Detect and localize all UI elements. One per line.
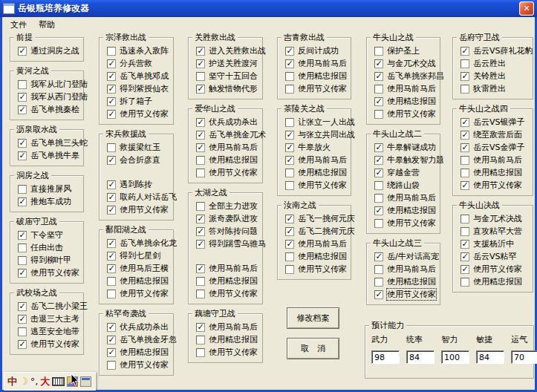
checkbox[interactable] xyxy=(196,290,205,298)
stat-input[interactable]: 84 xyxy=(406,350,435,364)
checkbox-row[interactable]: ✓岳飞一挑何元庆 xyxy=(281,212,348,225)
checkbox-row[interactable]: ✓与张立共同出战 xyxy=(281,128,348,141)
checkbox[interactable] xyxy=(460,227,469,236)
checkbox[interactable]: ✓ xyxy=(18,105,27,114)
checkbox-row[interactable]: ✓击退三大主考 xyxy=(14,313,81,325)
checkbox-row[interactable]: 使用马前马后 xyxy=(371,82,437,95)
checkbox[interactable]: ✓ xyxy=(107,97,116,106)
checkbox[interactable]: ✓ xyxy=(18,302,27,311)
checkbox[interactable]: ✓ xyxy=(285,143,294,152)
checkbox[interactable]: ✓ xyxy=(107,336,116,344)
checkbox-row[interactable]: 使用精忠报国 xyxy=(281,250,348,263)
checkbox-row[interactable]: ✓使用马后王横 xyxy=(103,262,171,275)
checkbox[interactable]: ✓ xyxy=(107,264,116,273)
checkbox-row[interactable]: ✓得到七星剑 xyxy=(103,249,171,262)
checkbox[interactable]: ✓ xyxy=(107,110,116,119)
checkbox-row[interactable]: 绕路山袋 xyxy=(371,179,437,192)
checkbox-row[interactable]: ✓岳飞单挑秦桧 xyxy=(14,103,81,116)
checkbox[interactable] xyxy=(374,219,383,228)
checkbox[interactable]: ✓ xyxy=(460,240,469,249)
checkbox-row[interactable]: ✓绕至敌营后面 xyxy=(457,128,530,141)
checkbox-row[interactable]: ✓推炮车成功 xyxy=(14,195,81,208)
checkbox[interactable]: ✓ xyxy=(460,265,469,274)
checkbox-row[interactable]: ✓进入关胜救出战 xyxy=(192,45,260,57)
checkbox[interactable] xyxy=(460,59,469,68)
checkbox[interactable]: ✓ xyxy=(18,197,27,206)
checkbox[interactable] xyxy=(374,85,383,94)
checkbox-row[interactable]: 使用节义传家 xyxy=(281,179,348,192)
checkbox-row[interactable]: ✓使用精忠报国 xyxy=(371,204,437,217)
close-button[interactable]: ✕ xyxy=(519,1,534,16)
checkbox-row[interactable]: ✓使用节义传家 xyxy=(14,267,81,279)
checkbox[interactable]: ✓ xyxy=(18,139,27,148)
checkbox[interactable]: ✓ xyxy=(18,151,27,160)
checkbox-row[interactable]: ✓下令坚守 xyxy=(14,229,81,241)
ime-toolbar-window-icon[interactable] xyxy=(80,376,91,387)
checkbox-row[interactable]: ✓岳云VS金弹子 xyxy=(457,141,530,154)
checkbox[interactable]: ✓ xyxy=(374,206,383,215)
checkbox[interactable]: ✓ xyxy=(107,72,116,81)
checkbox-row[interactable]: 狄雷胜出 xyxy=(457,82,530,95)
checkbox-row[interactable]: 逃至安全地带 xyxy=(14,325,81,338)
checkbox-row[interactable]: ✓答对陈抟问题 xyxy=(192,225,260,238)
checkbox[interactable] xyxy=(285,265,294,274)
checkbox-row[interactable]: ✓派奇袭队进攻 xyxy=(192,212,260,225)
stat-input[interactable]: 70 xyxy=(511,350,537,364)
checkbox-row[interactable]: ✓取药人对话岳飞 xyxy=(103,191,171,203)
checkbox[interactable]: ✓ xyxy=(460,131,469,140)
checkbox[interactable]: ✓ xyxy=(196,143,205,152)
checkbox-row[interactable]: 使用节义传家 xyxy=(192,166,260,179)
checkbox[interactable]: ✓ xyxy=(107,193,116,202)
ime-keyboard-icon[interactable] xyxy=(52,377,65,386)
checkbox[interactable]: ✓ xyxy=(285,131,294,140)
checkbox[interactable]: ✓ xyxy=(196,227,205,236)
checkbox-row[interactable]: ✓使用节义传家 xyxy=(457,263,530,275)
checkbox-row[interactable]: 让张立一人出战 xyxy=(281,116,348,128)
menu-item-file[interactable]: 文件 xyxy=(5,19,32,31)
checkbox-row[interactable]: 使用精忠报国 xyxy=(281,166,348,179)
checkbox-row[interactable]: ✓得到踢雪乌骓马 xyxy=(192,238,260,250)
checkbox[interactable] xyxy=(107,277,116,286)
checkbox[interactable]: ✓ xyxy=(107,252,116,261)
checkbox-row[interactable]: 使用精忠报国 xyxy=(281,70,348,82)
checkbox-row[interactable]: 使用精忠报国 xyxy=(457,275,530,288)
checkbox[interactable]: ✓ xyxy=(285,215,294,223)
checkbox[interactable]: ✓ xyxy=(285,47,294,56)
checkbox[interactable]: ✓ xyxy=(374,143,383,152)
checkbox[interactable] xyxy=(107,290,116,298)
checkbox[interactable] xyxy=(460,85,469,94)
checkbox[interactable] xyxy=(285,169,294,177)
checkbox-row[interactable]: ✓触发惜物代形 xyxy=(192,82,260,95)
checkbox[interactable] xyxy=(285,181,294,190)
checkbox-row[interactable]: ✓使用马前马后 xyxy=(281,238,348,250)
checkbox-row[interactable]: 使用精忠报国 xyxy=(457,166,530,179)
checkbox-row[interactable]: ✓支援杨沂中 xyxy=(457,238,530,250)
ime-toolbar[interactable]: 中☽°,大 xyxy=(4,372,96,391)
checkbox-row[interactable]: 使用精忠报国 xyxy=(192,333,260,346)
checkbox-row[interactable]: ✓护送关胜渡河 xyxy=(192,57,260,70)
checkbox[interactable]: ✓ xyxy=(18,231,27,240)
checkbox-row[interactable]: ✓使用马前马后 xyxy=(192,262,260,275)
checkbox-row[interactable]: ✓使用精忠报国 xyxy=(103,346,171,359)
checkbox[interactable]: ✓ xyxy=(107,156,116,165)
stat-input[interactable]: 98 xyxy=(371,350,400,364)
checkbox-row[interactable]: 直接推屏风 xyxy=(14,183,81,195)
checkbox[interactable]: ✓ xyxy=(196,59,205,68)
checkbox[interactable] xyxy=(196,277,205,286)
checkbox[interactable] xyxy=(18,80,27,89)
checkbox-row[interactable]: ✓会合折彦直 xyxy=(103,154,171,166)
checkbox[interactable] xyxy=(374,278,383,287)
checkbox[interactable]: ✓ xyxy=(107,206,116,215)
checkbox[interactable] xyxy=(374,47,383,56)
checkbox[interactable]: ✓ xyxy=(107,323,116,332)
checkbox[interactable] xyxy=(18,256,27,265)
checkbox[interactable]: ✓ xyxy=(285,156,294,165)
checkbox[interactable]: ✓ xyxy=(196,85,205,94)
checkbox[interactable]: ✓ xyxy=(107,180,116,189)
checkbox-row[interactable]: 使用马前马后 xyxy=(457,154,530,166)
checkbox[interactable] xyxy=(374,194,383,203)
checkbox[interactable] xyxy=(18,327,27,336)
ime-punctuation-icon[interactable]: °, xyxy=(30,376,39,388)
checkbox[interactable] xyxy=(460,169,469,177)
checkbox-row[interactable]: ✓得到紫授仙衣 xyxy=(103,82,171,95)
